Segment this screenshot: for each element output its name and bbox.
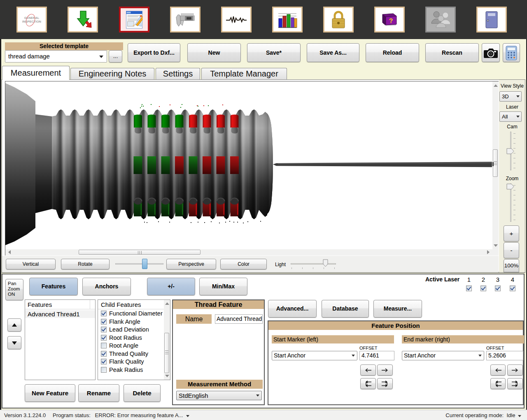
svg-text:?: ? <box>389 17 393 24</box>
svg-text:INSPECTION: INSPECTION <box>22 20 41 23</box>
